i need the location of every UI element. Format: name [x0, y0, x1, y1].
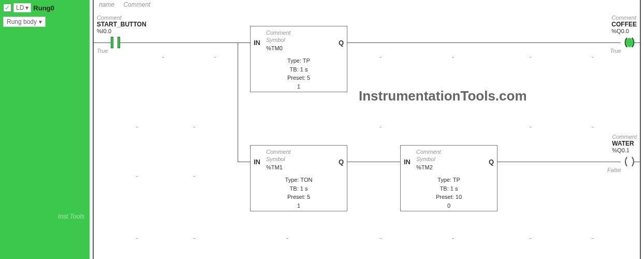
rung-body-label: Rung body [7, 18, 37, 25]
ladder-editor: ✓ LD ▾ Rung0 Rung body ▾ Inst Tools name… [0, 0, 644, 259]
chevron-down-icon: ▾ [39, 18, 42, 25]
watermark-text: InstrumentationTools.com [359, 88, 527, 104]
input-start-button[interactable]: Comment START_BUTTON %I0.0 [97, 15, 147, 34]
block-comment: Comment [266, 30, 291, 36]
output-name: WATER [612, 140, 637, 147]
block-name: %TM1 [266, 164, 283, 170]
block-params: Type: TP TB: 1 s Preset: 5 1 [251, 56, 347, 91]
output-coffee[interactable]: Comment COFFEE %Q0.0 [611, 15, 637, 34]
timer-block-tm1[interactable]: IN Q Comment Symbol %TM1 Type: TON TB: 1… [250, 145, 347, 211]
rung-name-label: Rung0 [33, 4, 54, 12]
output-address: %Q0.0 [611, 28, 637, 34]
block-params: Type: TP TB: 1 s Preset: 10 0 [401, 176, 497, 210]
wire [238, 162, 250, 162]
wire [633, 162, 640, 162]
output-name: COFFEE [611, 21, 637, 28]
output-address: %Q0.1 [612, 147, 637, 153]
output-coffee-state: True [610, 48, 621, 54]
language-dropdown[interactable]: LD ▾ [13, 3, 31, 12]
input-comment-label: Comment [97, 15, 147, 21]
block-comment: Comment [266, 149, 291, 155]
wire-branch [238, 42, 238, 162]
wire [633, 42, 640, 43]
output-water[interactable]: Comment WATER %Q0.1 [612, 134, 637, 153]
right-power-rail [640, 0, 641, 259]
block-name: %TM0 [266, 45, 283, 51]
left-power-rail [93, 0, 94, 259]
port-q-label: Q [489, 158, 494, 166]
contact-start-button[interactable] [111, 37, 120, 48]
block-symbol: Symbol [416, 156, 435, 162]
wire [120, 42, 250, 43]
timer-block-tm2[interactable]: IN Q Comment Symbol %TM2 Type: TP TB: 1 … [400, 145, 497, 211]
name-placeholder: name [99, 1, 114, 8]
block-name: %TM2 [416, 164, 433, 170]
chevron-down-icon: ▾ [25, 4, 28, 11]
block-symbol: Symbol [266, 156, 285, 162]
rung-body-dropdown[interactable]: Rung body ▾ [3, 17, 46, 27]
output-comment-label: Comment [612, 134, 637, 140]
sidebar: ✓ LD ▾ Rung0 Rung body ▾ Inst Tools [0, 0, 90, 259]
wire [347, 42, 621, 43]
block-symbol: Symbol [266, 37, 285, 43]
input-address: %I0.0 [97, 28, 147, 34]
block-comment: Comment [416, 149, 441, 155]
output-comment-label: Comment [611, 15, 637, 21]
block-params: Type: TON TB: 1 s Preset: 5 1 [251, 176, 347, 210]
sidebar-top-row: ✓ LD ▾ Rung0 [3, 3, 86, 12]
port-q-label: Q [339, 39, 344, 47]
wire [94, 42, 111, 43]
port-in-label: IN [254, 39, 260, 47]
output-water-state: False [607, 167, 621, 173]
comment-placeholder: Comment [123, 1, 150, 8]
svg-point-0 [626, 38, 633, 47]
input-state: True [97, 48, 108, 54]
header-labels: name Comment [99, 1, 157, 8]
sidebar-watermark: Inst Tools [58, 213, 84, 220]
wire [497, 162, 621, 162]
ladder-canvas[interactable]: name Comment Comment START_BUTTON %I0.0 … [90, 0, 644, 259]
timer-block-tm0[interactable]: IN Q Comment Symbol %TM0 Type: TP TB: 1 … [250, 26, 347, 92]
input-name: START_BUTTON [97, 21, 147, 28]
port-in-label: IN [404, 158, 411, 166]
port-q-label: Q [339, 158, 344, 166]
language-dropdown-label: LD [16, 4, 24, 11]
wire [347, 162, 400, 162]
port-in-label: IN [254, 158, 260, 166]
check-icon: ✓ [3, 4, 11, 12]
